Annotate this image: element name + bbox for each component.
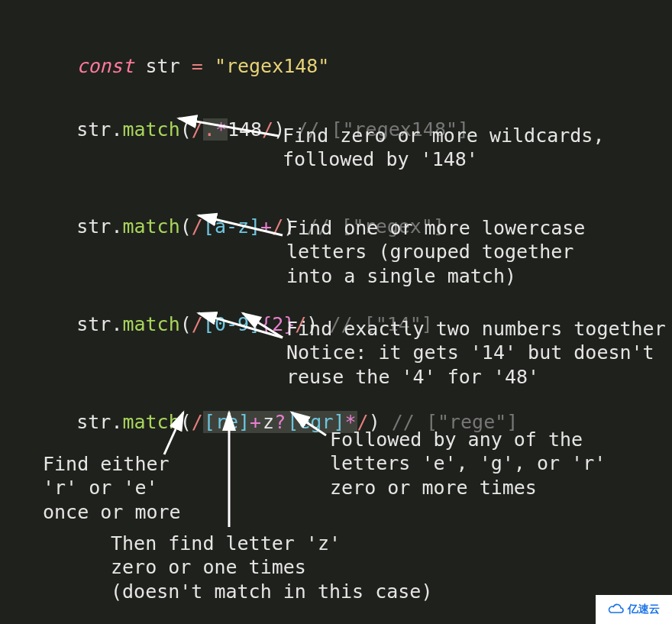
- annotation-3: Find exactly two numbers together Notice…: [286, 317, 666, 389]
- watermark-text: 亿速云: [628, 603, 660, 616]
- receiver: str: [76, 215, 111, 238]
- annotation-4b: Then find letter 'z' zero or one times (…: [111, 532, 432, 603]
- annotation-2: Find one or more lowercase letters (grou…: [286, 216, 585, 288]
- method-match: match: [122, 313, 179, 335]
- regex-hl-b: z?: [262, 411, 286, 433]
- regex-open: /: [192, 215, 203, 238]
- method-match: match: [122, 118, 179, 141]
- annotation-4a: Find either 'r' or 'e' once or more: [43, 452, 181, 524]
- regex-close: /: [272, 215, 283, 238]
- declaration-line: const str = "regex148": [31, 31, 329, 102]
- regex-hl-a: [re]+: [203, 411, 262, 433]
- method-match: match: [122, 215, 179, 238]
- string-literal: "regex148": [215, 55, 330, 77]
- keyword-const: const: [76, 55, 134, 77]
- regex-literal: 148: [228, 118, 262, 141]
- regex-open: /: [192, 411, 203, 433]
- method-match: match: [122, 411, 179, 433]
- code-explainer-image: const str = "regex148" str.match(/.*148/…: [0, 0, 672, 624]
- receiver: str: [76, 313, 111, 335]
- cloud-icon: [608, 603, 625, 616]
- var-name: str: [146, 55, 180, 77]
- receiver: str: [76, 118, 111, 141]
- regex-quantifier: +: [260, 215, 272, 238]
- equals-operator: =: [192, 55, 203, 77]
- annotation-1: Find zero or more wildcards, followed by…: [283, 124, 604, 172]
- watermark-badge: 亿速云: [596, 595, 672, 624]
- regex-open: /: [192, 118, 203, 141]
- regex-hl-1: .*: [203, 118, 228, 141]
- annotation-4c: Followed by any of the letters 'e', 'g',…: [330, 428, 606, 500]
- regex-charclass: [a-z]: [203, 215, 260, 238]
- regex-close: /: [262, 118, 273, 141]
- regex-open: /: [192, 313, 203, 335]
- regex-charclass: [0-9]: [203, 313, 260, 335]
- receiver: str: [76, 411, 111, 433]
